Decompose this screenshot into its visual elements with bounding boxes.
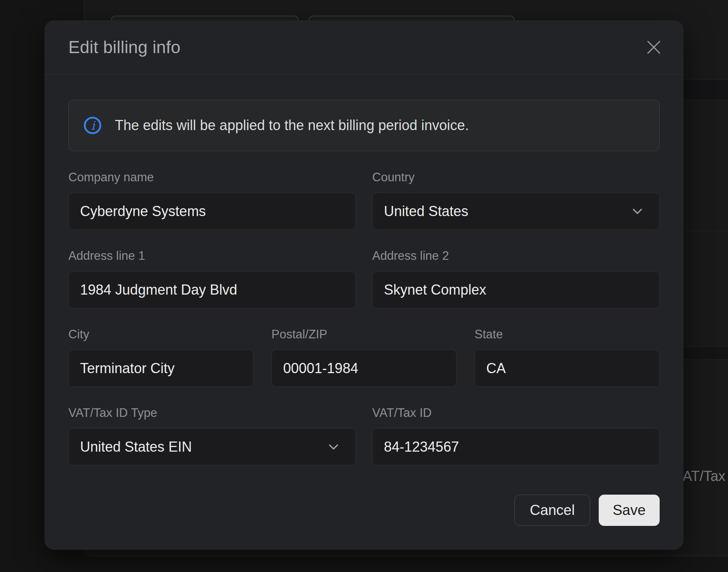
company-name-field-group: Company name xyxy=(68,170,356,230)
background-row-band xyxy=(681,80,728,100)
state-label: State xyxy=(475,327,660,342)
vat-tax-id-field-group: VAT/Tax ID xyxy=(372,406,660,465)
address-line-1-field-group: Address line 1 xyxy=(68,248,356,308)
edit-billing-info-dialog: Edit billing info i The edit xyxy=(45,20,683,550)
background-divider xyxy=(681,359,728,360)
postal-zip-input[interactable] xyxy=(271,350,457,387)
vat-tax-id-input[interactable] xyxy=(372,428,660,465)
postal-zip-label: Postal/ZIP xyxy=(271,327,457,342)
info-icon: i xyxy=(84,116,102,134)
company-name-label: Company name xyxy=(68,170,356,185)
chevron-down-icon xyxy=(328,444,339,450)
background-clipped-text: AT/Tax xyxy=(683,468,728,484)
country-selected-value: United States xyxy=(384,203,468,220)
background-divider xyxy=(681,231,728,231)
dialog-footer: Cancel Save xyxy=(45,495,683,550)
dialog-body: i The edits will be applied to the next … xyxy=(45,75,683,470)
address-line-2-input[interactable] xyxy=(372,271,660,308)
cancel-button[interactable]: Cancel xyxy=(514,495,590,526)
close-button[interactable] xyxy=(643,36,665,58)
city-input[interactable] xyxy=(68,350,253,387)
country-label: Country xyxy=(372,170,660,185)
postal-zip-field-group: Postal/ZIP xyxy=(271,327,457,387)
dialog-title: Edit billing info xyxy=(68,38,180,57)
dialog-header: Edit billing info xyxy=(45,20,683,75)
country-field-group: Country United States xyxy=(372,170,660,230)
info-banner-text: The edits will be applied to the next bi… xyxy=(115,117,469,134)
vat-tax-id-type-select[interactable]: United States EIN xyxy=(68,428,356,465)
save-button[interactable]: Save xyxy=(599,495,660,526)
vat-tax-id-type-label: VAT/Tax ID Type xyxy=(68,406,356,420)
vat-tax-id-type-selected-value: United States EIN xyxy=(80,439,192,455)
address-line-2-label: Address line 2 xyxy=(372,248,660,263)
close-icon xyxy=(647,40,661,54)
address-line-1-label: Address line 1 xyxy=(68,248,356,263)
background-divider xyxy=(681,79,728,80)
vat-tax-id-label: VAT/Tax ID xyxy=(372,406,660,420)
country-select[interactable]: United States xyxy=(372,193,660,230)
address-line-2-field-group: Address line 2 xyxy=(372,248,660,308)
vat-tax-id-type-field-group: VAT/Tax ID Type United States EIN xyxy=(68,406,356,465)
state-input[interactable] xyxy=(475,350,660,387)
city-label: City xyxy=(68,327,253,342)
info-banner: i The edits will be applied to the next … xyxy=(68,100,660,151)
background-divider xyxy=(681,100,728,100)
background-divider xyxy=(681,347,728,347)
state-field-group: State xyxy=(475,327,660,387)
background-row-band xyxy=(681,347,728,359)
chevron-down-icon xyxy=(632,208,643,214)
company-name-input[interactable] xyxy=(68,193,356,230)
address-line-1-input[interactable] xyxy=(68,271,356,308)
svg-text:i: i xyxy=(91,119,96,132)
city-field-group: City xyxy=(68,327,253,387)
page: AT/Tax Edit billing info i xyxy=(0,0,728,572)
